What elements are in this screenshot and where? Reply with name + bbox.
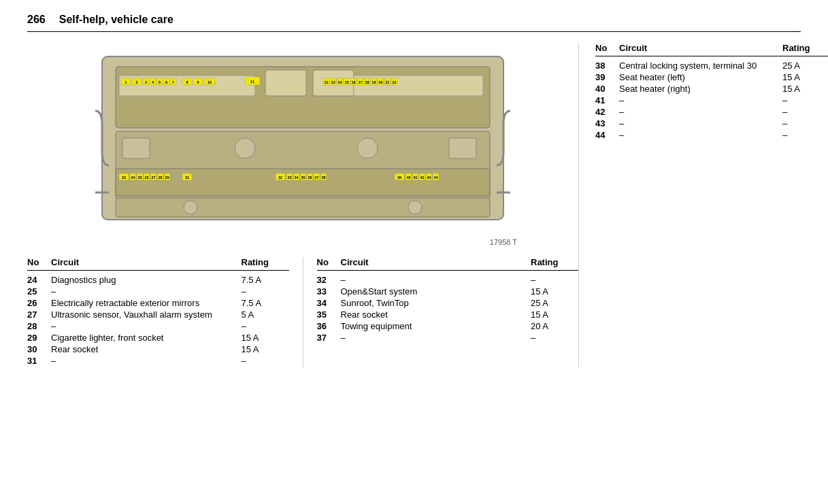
right-table-row: 44 – – xyxy=(595,130,828,140)
row-rating-r: – xyxy=(782,130,828,140)
table-row: 24 Diagnostics plug 7.5 A xyxy=(27,275,289,285)
svg-text:39: 39 xyxy=(397,175,401,180)
table-header-2: No Circuit Rating xyxy=(317,257,579,271)
row-no: 25 xyxy=(27,286,51,297)
svg-text:29: 29 xyxy=(165,175,169,180)
row-no-r: 39 xyxy=(595,72,619,82)
svg-text:17: 17 xyxy=(358,80,362,84)
svg-rect-54 xyxy=(449,138,476,158)
right-table-row: 41 – – xyxy=(595,95,828,105)
col-rating-label-1: Rating xyxy=(242,257,289,267)
col-rating-label-2: Rating xyxy=(531,257,578,267)
row-circuit: Open&Start system xyxy=(341,286,531,297)
row-circuit: – xyxy=(341,275,531,285)
row-rating: – xyxy=(242,356,289,366)
table-row: 33 Open&Start system 15 A xyxy=(317,286,579,297)
row-rating: – xyxy=(531,333,578,343)
svg-text:34: 34 xyxy=(294,175,299,180)
fuse-image-container: 1 2 3 4 5 6 7 8 9 xyxy=(82,43,524,246)
image-caption: 17958 T xyxy=(82,238,524,246)
right-table-header: No Circuit Rating xyxy=(595,43,828,56)
col-circuit-label-r: Circuit xyxy=(619,43,782,53)
row-circuit: Ultrasonic sensor, Vauxhall alarm system xyxy=(51,309,242,320)
table-row: 30 Rear socket 15 A xyxy=(27,344,289,354)
col-rating-label-r: Rating xyxy=(782,43,828,53)
svg-text:23: 23 xyxy=(122,175,126,180)
row-rating: 7.5 A xyxy=(242,275,289,285)
fuse-table-2: No Circuit Rating 32 – – 33 Open&Start s… xyxy=(303,257,579,367)
table-row: 27 Ultrasonic sensor, Vauxhall alarm sys… xyxy=(27,309,289,320)
row-rating-r: 15 A xyxy=(782,84,828,94)
row-rating-r: – xyxy=(782,95,828,105)
svg-rect-55 xyxy=(116,169,490,196)
svg-point-100 xyxy=(408,201,422,214)
right-table-row: 42 – – xyxy=(595,107,828,117)
svg-text:19: 19 xyxy=(371,80,376,84)
row-no: 29 xyxy=(27,333,51,343)
svg-text:31: 31 xyxy=(185,175,189,180)
row-rating: 20 A xyxy=(531,321,578,331)
svg-point-53 xyxy=(357,138,378,158)
row-circuit: Rear socket xyxy=(51,344,242,354)
row-no: 36 xyxy=(317,321,341,331)
row-no-r: 44 xyxy=(595,130,619,140)
svg-text:12: 12 xyxy=(324,80,328,84)
svg-text:37: 37 xyxy=(314,175,318,180)
svg-text:5: 5 xyxy=(159,80,161,84)
svg-text:38: 38 xyxy=(321,175,325,180)
row-no-r: 40 xyxy=(595,84,619,94)
table-row: 37 – – xyxy=(317,333,579,343)
row-no: 27 xyxy=(27,309,51,320)
svg-text:27: 27 xyxy=(151,175,155,180)
row-circuit: – xyxy=(51,286,242,297)
row-circuit-r: Central locking system, terminal 30 xyxy=(619,61,782,71)
svg-text:25: 25 xyxy=(137,175,142,180)
fuse-table-1: No Circuit Rating 24 Diagnostics plug 7.… xyxy=(27,257,303,367)
row-rating-r: – xyxy=(782,107,828,117)
right-table-row: 40 Seat heater (right) 15 A xyxy=(595,84,828,94)
svg-text:41: 41 xyxy=(413,175,417,180)
page-number: 266 xyxy=(27,14,46,26)
svg-text:1: 1 xyxy=(125,80,127,84)
page-title: Self-help, vehicle care xyxy=(59,14,173,26)
svg-text:22: 22 xyxy=(392,80,396,84)
row-circuit-r: – xyxy=(619,107,782,117)
row-no: 32 xyxy=(317,275,341,285)
svg-text:7: 7 xyxy=(172,80,174,84)
svg-point-99 xyxy=(184,201,197,214)
row-circuit: – xyxy=(51,321,242,331)
fuse-box-diagram: 1 2 3 4 5 6 7 8 9 xyxy=(82,43,524,233)
col-circuit-label-2: Circuit xyxy=(341,257,531,267)
page-container: 266 Self-help, vehicle care xyxy=(0,0,828,381)
row-circuit: – xyxy=(51,356,242,366)
table-row: 26 Electrically retractable exterior mir… xyxy=(27,298,289,308)
main-content: 1 2 3 4 5 6 7 8 9 xyxy=(27,43,801,367)
row-circuit: Cigarette lighter, front socket xyxy=(51,333,242,343)
row-circuit-r: – xyxy=(619,95,782,105)
svg-text:2: 2 xyxy=(135,80,137,84)
row-circuit: – xyxy=(341,333,531,343)
row-rating: 5 A xyxy=(242,309,289,320)
row-circuit: Rear socket xyxy=(341,309,531,320)
table-row: 31 – – xyxy=(27,356,289,366)
row-rating: 25 A xyxy=(531,298,578,308)
row-no: 28 xyxy=(27,321,51,331)
svg-text:20: 20 xyxy=(378,80,382,84)
row-no: 26 xyxy=(27,298,51,308)
svg-text:21: 21 xyxy=(385,80,389,84)
row-no: 30 xyxy=(27,344,51,354)
col-no-label-r: No xyxy=(595,43,619,53)
svg-text:26: 26 xyxy=(144,175,148,180)
svg-text:36: 36 xyxy=(308,175,312,180)
col-circuit-label-1: Circuit xyxy=(51,257,242,267)
row-circuit: Sunroof, TwinTop xyxy=(341,298,531,308)
table-row: 34 Sunroof, TwinTop 25 A xyxy=(317,298,579,308)
svg-text:42: 42 xyxy=(420,175,424,180)
svg-text:11: 11 xyxy=(250,80,254,84)
row-no-r: 41 xyxy=(595,95,619,105)
col-no-label-2: No xyxy=(317,257,341,267)
row-no: 31 xyxy=(27,356,51,366)
svg-rect-4 xyxy=(265,70,306,96)
svg-text:35: 35 xyxy=(301,175,305,180)
row-rating-r: 25 A xyxy=(782,61,828,71)
